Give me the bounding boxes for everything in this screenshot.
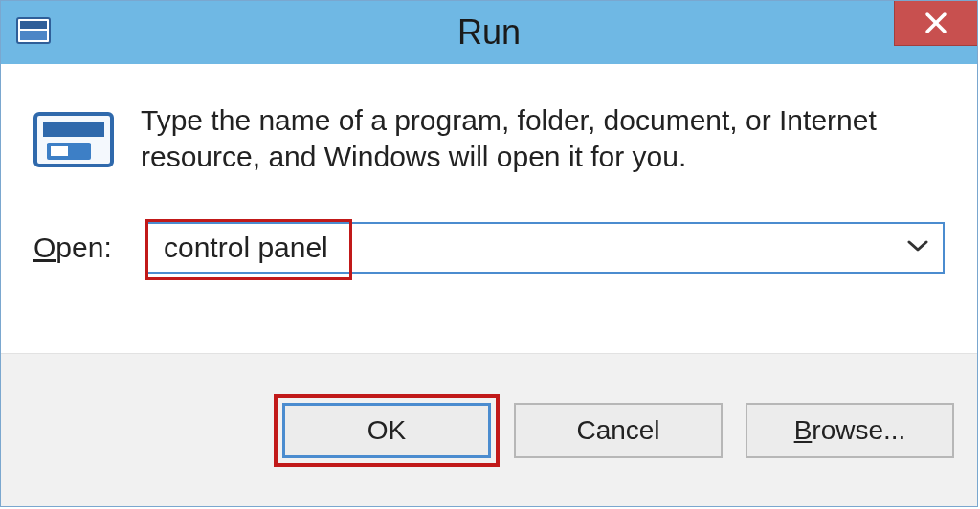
close-icon: [924, 11, 948, 35]
client-area: Type the name of a program, folder, docu…: [1, 64, 977, 353]
ok-button-label: OK: [368, 415, 406, 446]
open-combobox[interactable]: [146, 222, 945, 274]
close-button[interactable]: [894, 1, 977, 46]
open-input[interactable]: [162, 231, 895, 265]
titlebar[interactable]: Run: [1, 1, 977, 64]
svg-rect-1: [20, 21, 47, 29]
svg-rect-2: [20, 31, 47, 40]
browse-button[interactable]: Browse...: [746, 403, 954, 458]
cancel-button[interactable]: Cancel: [514, 403, 723, 458]
run-icon: [16, 17, 51, 48]
run-large-icon: [33, 108, 114, 175]
dialog-description: Type the name of a program, folder, docu…: [141, 102, 945, 176]
run-dialog: Run Type the name of a program, folder,: [0, 0, 978, 507]
ok-button[interactable]: OK: [282, 403, 491, 458]
button-bar: OK Cancel Browse...: [1, 353, 977, 506]
open-label: Open:: [33, 232, 146, 264]
cancel-button-label: Cancel: [576, 415, 659, 446]
browse-button-label: Browse...: [794, 415, 906, 446]
svg-rect-8: [51, 146, 68, 156]
svg-rect-6: [43, 122, 104, 137]
window-title: Run: [457, 12, 521, 53]
chevron-down-icon: [906, 238, 929, 257]
